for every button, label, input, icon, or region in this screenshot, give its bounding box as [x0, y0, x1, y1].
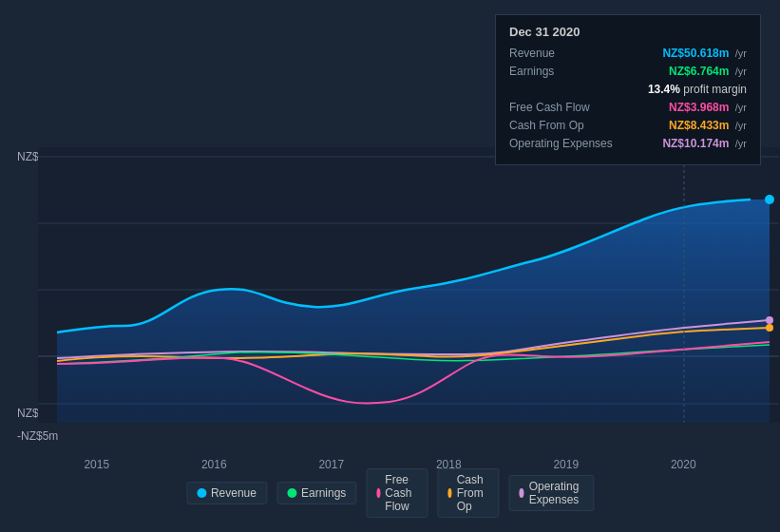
tooltip-value-fcf: NZ$3.968m /yr: [669, 101, 747, 114]
legend-item-opex[interactable]: Operating Expenses: [508, 475, 594, 511]
legend-item-revenue[interactable]: Revenue: [186, 482, 267, 504]
legend-label-fcf: Free Cash Flow: [385, 473, 417, 513]
tooltip-label-fcf: Free Cash Flow: [509, 101, 633, 114]
opex-endpoint: [766, 316, 773, 324]
legend-label-opex: Operating Expenses: [529, 480, 583, 506]
legend-dot-cashop: [447, 488, 451, 498]
tooltip-card: Dec 31 2020 Revenue NZ$50.618m /yr Earni…: [495, 14, 761, 165]
tooltip-value-cashop: NZ$8.433m /yr: [669, 119, 747, 132]
revenue-endpoint: [765, 195, 774, 204]
legend-item-fcf[interactable]: Free Cash Flow: [366, 468, 428, 518]
tooltip-value-earnings: NZ$6.764m /yr: [669, 65, 747, 78]
legend-label-earnings: Earnings: [301, 486, 346, 500]
legend-item-earnings[interactable]: Earnings: [276, 482, 356, 504]
legend-label-revenue: Revenue: [211, 486, 257, 500]
tooltip-label-cashop: Cash From Op: [509, 119, 633, 132]
legend-item-cashop[interactable]: Cash From Op: [437, 468, 499, 518]
legend-dot-fcf: [376, 488, 380, 498]
legend-dot-earnings: [287, 488, 296, 498]
tooltip-value-margin: 13.4% profit margin: [648, 83, 747, 96]
tooltip-row-fcf: Free Cash Flow NZ$3.968m /yr: [509, 101, 747, 114]
tooltip-row-revenue: Revenue NZ$50.618m /yr: [509, 47, 747, 60]
tooltip-row-cashop: Cash From Op NZ$8.433m /yr: [509, 119, 747, 132]
legend: Revenue Earnings Free Cash Flow Cash Fro…: [186, 468, 594, 518]
tooltip-row-earnings: Earnings NZ$6.764m /yr: [509, 65, 747, 78]
tooltip-row-opex: Operating Expenses NZ$10.174m /yr: [509, 137, 747, 150]
chart-svg: [0, 147, 780, 461]
tooltip-title: Dec 31 2020: [509, 25, 747, 39]
x-label-2020: 2020: [671, 458, 696, 471]
tooltip-label-opex: Operating Expenses: [509, 137, 633, 150]
tooltip-row-margin: 13.4% profit margin: [509, 83, 747, 96]
x-label-2015: 2015: [84, 458, 109, 471]
legend-label-cashop: Cash From Op: [457, 473, 489, 513]
tooltip-value-revenue: NZ$50.618m /yr: [662, 47, 747, 60]
tooltip-label-revenue: Revenue: [509, 47, 633, 60]
legend-dot-revenue: [197, 488, 206, 498]
cashop-endpoint: [766, 324, 773, 332]
tooltip-value-opex: NZ$10.174m /yr: [662, 137, 747, 150]
legend-dot-opex: [519, 488, 523, 498]
tooltip-label-earnings: Earnings: [509, 65, 633, 78]
